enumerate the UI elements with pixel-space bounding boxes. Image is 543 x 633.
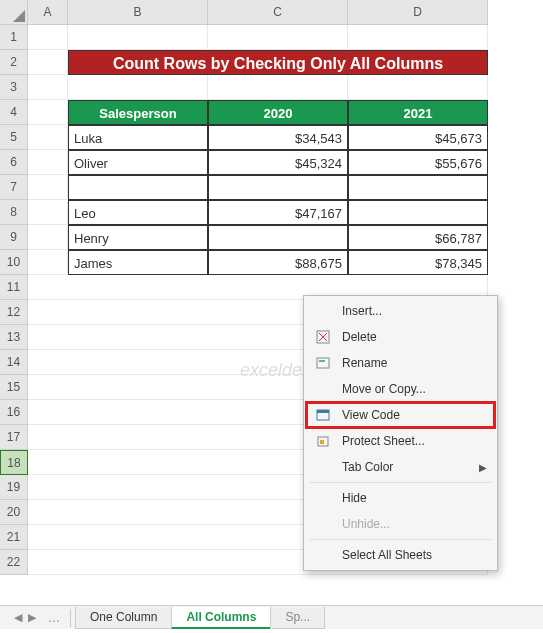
- svg-rect-8: [320, 440, 324, 444]
- col-header-C[interactable]: C: [208, 0, 348, 25]
- data-name[interactable]: Luka: [68, 125, 208, 150]
- menu-label: Move or Copy...: [342, 382, 487, 396]
- cell[interactable]: [348, 75, 488, 100]
- data-2021[interactable]: $45,673: [348, 125, 488, 150]
- data-2020[interactable]: [208, 175, 348, 200]
- cell[interactable]: [28, 200, 68, 225]
- sheet-context-menu: Insert... Delete Rename Move or Copy... …: [303, 295, 498, 571]
- svg-rect-6: [317, 410, 329, 413]
- row-header-18[interactable]: 18: [0, 450, 28, 475]
- cell[interactable]: [28, 25, 68, 50]
- row-header-1[interactable]: 1: [0, 25, 28, 50]
- data-2021[interactable]: $55,676: [348, 150, 488, 175]
- delete-icon: [314, 329, 332, 345]
- row-header-4[interactable]: 4: [0, 100, 28, 125]
- data-2021[interactable]: [348, 175, 488, 200]
- title-cell[interactable]: Count Rows by Checking Only All Columns: [68, 50, 488, 75]
- row-header-2[interactable]: 2: [0, 50, 28, 75]
- sheet-tab-bar: ◀ ▶ … One Column All Columns Sp...: [0, 605, 543, 629]
- row-header-12[interactable]: 12: [0, 300, 28, 325]
- menu-label: View Code: [342, 408, 487, 422]
- menu-rename[interactable]: Rename: [306, 350, 495, 376]
- menu-delete[interactable]: Delete: [306, 324, 495, 350]
- cell[interactable]: [28, 175, 68, 200]
- tab-nav-next[interactable]: ▶: [28, 611, 36, 624]
- row-header-20[interactable]: 20: [0, 500, 28, 525]
- data-name[interactable]: Leo: [68, 200, 208, 225]
- row-header-3[interactable]: 3: [0, 75, 28, 100]
- row-header-8[interactable]: 8: [0, 200, 28, 225]
- tab-one-column[interactable]: One Column: [75, 607, 172, 629]
- cell[interactable]: [28, 150, 68, 175]
- row-header-14[interactable]: 14: [0, 350, 28, 375]
- header-2020[interactable]: 2020: [208, 100, 348, 125]
- row-header-13[interactable]: 13: [0, 325, 28, 350]
- cell[interactable]: [28, 50, 68, 75]
- tab-nav-prev[interactable]: ◀: [14, 611, 22, 624]
- rename-icon: [314, 355, 332, 371]
- cell[interactable]: [28, 125, 68, 150]
- cell[interactable]: [28, 75, 68, 100]
- row-header-10[interactable]: 10: [0, 250, 28, 275]
- menu-protect-sheet[interactable]: Protect Sheet...: [306, 428, 495, 454]
- tab-all-columns[interactable]: All Columns: [171, 607, 271, 629]
- col-header-B[interactable]: B: [68, 0, 208, 25]
- row-header-6[interactable]: 6: [0, 150, 28, 175]
- data-2020[interactable]: $47,167: [208, 200, 348, 225]
- cell[interactable]: [28, 250, 68, 275]
- row-header-19[interactable]: 19: [0, 475, 28, 500]
- menu-separator: [310, 539, 491, 540]
- row-header-11[interactable]: 11: [0, 275, 28, 300]
- data-2021[interactable]: $78,345: [348, 250, 488, 275]
- row-header-15[interactable]: 15: [0, 375, 28, 400]
- cell[interactable]: [28, 225, 68, 250]
- data-2021[interactable]: $66,787: [348, 225, 488, 250]
- row-header-9[interactable]: 9: [0, 225, 28, 250]
- menu-hide[interactable]: Hide: [306, 485, 495, 511]
- tab-next[interactable]: Sp...: [270, 607, 325, 629]
- header-salesperson[interactable]: Salesperson: [68, 100, 208, 125]
- row-header-5[interactable]: 5: [0, 125, 28, 150]
- menu-label: Hide: [342, 491, 487, 505]
- menu-label: Select All Sheets: [342, 548, 487, 562]
- col-header-D[interactable]: D: [348, 0, 488, 25]
- row-header-22[interactable]: 22: [0, 550, 28, 575]
- cell[interactable]: [348, 25, 488, 50]
- header-2021[interactable]: 2021: [348, 100, 488, 125]
- cell[interactable]: [208, 75, 348, 100]
- tab-nav-more[interactable]: …: [42, 611, 66, 625]
- data-2020[interactable]: [208, 225, 348, 250]
- chevron-right-icon: ▶: [479, 462, 487, 473]
- data-name[interactable]: James: [68, 250, 208, 275]
- data-2020[interactable]: $34,543: [208, 125, 348, 150]
- tab-color-icon: [314, 459, 332, 475]
- menu-separator: [310, 482, 491, 483]
- menu-tab-color[interactable]: Tab Color ▶: [306, 454, 495, 480]
- row-header-7[interactable]: 7: [0, 175, 28, 200]
- menu-view-code[interactable]: View Code: [306, 402, 495, 428]
- menu-label: Unhide...: [342, 517, 487, 531]
- data-name[interactable]: [68, 175, 208, 200]
- menu-label: Protect Sheet...: [342, 434, 487, 448]
- row-header-17[interactable]: 17: [0, 425, 28, 450]
- menu-insert[interactable]: Insert...: [306, 298, 495, 324]
- data-2020[interactable]: $45,324: [208, 150, 348, 175]
- cell[interactable]: [68, 75, 208, 100]
- row-header-21[interactable]: 21: [0, 525, 28, 550]
- tab-nav: ◀ ▶: [8, 611, 42, 624]
- cell[interactable]: [208, 25, 348, 50]
- select-all-corner[interactable]: [0, 0, 28, 25]
- menu-move-copy[interactable]: Move or Copy...: [306, 376, 495, 402]
- data-name[interactable]: Oliver: [68, 150, 208, 175]
- menu-label: Delete: [342, 330, 487, 344]
- data-name[interactable]: Henry: [68, 225, 208, 250]
- data-2021[interactable]: [348, 200, 488, 225]
- cell[interactable]: [28, 100, 68, 125]
- cell[interactable]: [68, 25, 208, 50]
- unhide-icon: [314, 516, 332, 532]
- data-2020[interactable]: $88,675: [208, 250, 348, 275]
- menu-label: Insert...: [342, 304, 487, 318]
- menu-select-all-sheets[interactable]: Select All Sheets: [306, 542, 495, 568]
- row-header-16[interactable]: 16: [0, 400, 28, 425]
- col-header-A[interactable]: A: [28, 0, 68, 25]
